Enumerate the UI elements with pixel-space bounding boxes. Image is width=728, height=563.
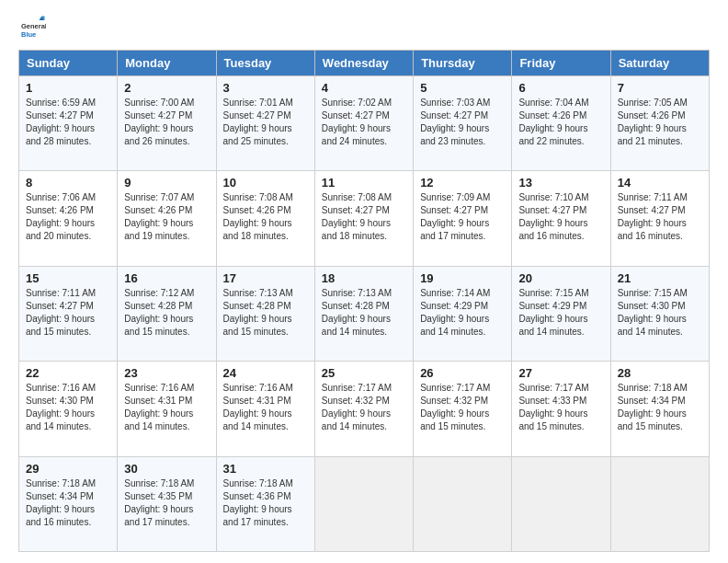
day-info: Sunrise: 7:09 AMSunset: 4:27 PMDaylight:… (420, 192, 490, 241)
col-header-wednesday: Wednesday (314, 51, 413, 76)
day-cell: 6 Sunrise: 7:04 AMSunset: 4:26 PMDayligh… (512, 76, 610, 171)
day-info: Sunrise: 7:17 AMSunset: 4:32 PMDaylight:… (322, 383, 392, 431)
col-header-friday: Friday (512, 51, 610, 76)
day-number: 3 (223, 81, 308, 95)
day-number: 26 (420, 366, 505, 380)
day-number: 29 (26, 462, 110, 476)
day-number: 30 (124, 462, 209, 476)
day-number: 7 (618, 81, 702, 95)
day-number: 27 (518, 366, 603, 380)
day-cell: 4 Sunrise: 7:02 AMSunset: 4:27 PMDayligh… (314, 76, 413, 171)
col-header-tuesday: Tuesday (216, 51, 314, 76)
day-cell: 21 Sunrise: 7:15 AMSunset: 4:30 PMDaylig… (610, 266, 709, 361)
day-cell: 23 Sunrise: 7:16 AMSunset: 4:31 PMDaylig… (118, 362, 216, 456)
day-cell: 20 Sunrise: 7:15 AMSunset: 4:29 PMDaylig… (512, 266, 610, 361)
week-row-4: 22 Sunrise: 7:16 AMSunset: 4:30 PMDaylig… (19, 362, 710, 456)
day-cell (414, 456, 512, 551)
day-number: 1 (26, 81, 110, 95)
day-info: Sunrise: 7:06 AMSunset: 4:26 PMDaylight:… (26, 192, 96, 241)
day-cell: 29 Sunrise: 7:18 AMSunset: 4:34 PMDaylig… (19, 456, 118, 551)
day-cell: 30 Sunrise: 7:18 AMSunset: 4:35 PMDaylig… (118, 456, 216, 551)
day-info: Sunrise: 7:18 AMSunset: 4:34 PMDaylight:… (26, 478, 96, 527)
week-row-2: 8 Sunrise: 7:06 AMSunset: 4:26 PMDayligh… (19, 171, 710, 266)
day-info: Sunrise: 7:18 AMSunset: 4:34 PMDaylight:… (618, 383, 688, 431)
day-info: Sunrise: 7:16 AMSunset: 4:31 PMDaylight:… (223, 383, 293, 431)
day-cell: 31 Sunrise: 7:18 AMSunset: 4:36 PMDaylig… (216, 456, 314, 551)
logo: General Blue (18, 15, 50, 42)
day-number: 21 (618, 271, 702, 285)
day-number: 24 (223, 366, 308, 380)
week-row-1: 1 Sunrise: 6:59 AMSunset: 4:27 PMDayligh… (19, 76, 710, 171)
day-info: Sunrise: 7:18 AMSunset: 4:35 PMDaylight:… (124, 478, 194, 527)
day-info: Sunrise: 7:03 AMSunset: 4:27 PMDaylight:… (420, 98, 490, 146)
day-info: Sunrise: 7:14 AMSunset: 4:29 PMDaylight:… (420, 288, 490, 337)
header-row: SundayMondayTuesdayWednesdayThursdayFrid… (19, 51, 710, 76)
svg-text:General: General (21, 22, 46, 30)
day-cell: 5 Sunrise: 7:03 AMSunset: 4:27 PMDayligh… (414, 76, 512, 171)
day-info: Sunrise: 7:16 AMSunset: 4:30 PMDaylight:… (26, 383, 96, 431)
header: General Blue (18, 15, 710, 42)
day-info: Sunrise: 7:18 AMSunset: 4:36 PMDaylight:… (223, 478, 293, 527)
day-number: 8 (26, 176, 110, 190)
day-info: Sunrise: 7:11 AMSunset: 4:27 PMDaylight:… (26, 288, 96, 337)
day-info: Sunrise: 7:17 AMSunset: 4:33 PMDaylight:… (518, 383, 588, 431)
day-cell: 16 Sunrise: 7:12 AMSunset: 4:28 PMDaylig… (118, 266, 216, 361)
day-cell: 27 Sunrise: 7:17 AMSunset: 4:33 PMDaylig… (512, 362, 610, 456)
col-header-saturday: Saturday (610, 51, 709, 76)
day-cell: 25 Sunrise: 7:17 AMSunset: 4:32 PMDaylig… (314, 362, 413, 456)
day-cell: 7 Sunrise: 7:05 AMSunset: 4:26 PMDayligh… (610, 76, 709, 171)
day-number: 4 (322, 81, 406, 95)
day-cell: 10 Sunrise: 7:08 AMSunset: 4:26 PMDaylig… (216, 171, 314, 266)
week-row-5: 29 Sunrise: 7:18 AMSunset: 4:34 PMDaylig… (19, 456, 710, 551)
day-cell: 1 Sunrise: 6:59 AMSunset: 4:27 PMDayligh… (19, 76, 118, 171)
day-cell: 2 Sunrise: 7:00 AMSunset: 4:27 PMDayligh… (118, 76, 216, 171)
day-info: Sunrise: 7:15 AMSunset: 4:30 PMDaylight:… (618, 288, 688, 337)
day-number: 2 (124, 81, 209, 95)
day-cell: 3 Sunrise: 7:01 AMSunset: 4:27 PMDayligh… (216, 76, 314, 171)
day-info: Sunrise: 7:07 AMSunset: 4:26 PMDaylight:… (124, 192, 194, 241)
calendar-table: SundayMondayTuesdayWednesdayThursdayFrid… (18, 50, 710, 552)
day-number: 25 (322, 366, 406, 380)
col-header-monday: Monday (118, 51, 216, 76)
day-cell (610, 456, 709, 551)
day-number: 9 (124, 176, 209, 190)
day-cell: 12 Sunrise: 7:09 AMSunset: 4:27 PMDaylig… (414, 171, 512, 266)
day-number: 31 (223, 462, 308, 476)
day-cell: 14 Sunrise: 7:11 AMSunset: 4:27 PMDaylig… (610, 171, 709, 266)
day-number: 12 (420, 176, 505, 190)
day-number: 22 (26, 366, 110, 380)
day-cell: 9 Sunrise: 7:07 AMSunset: 4:26 PMDayligh… (118, 171, 216, 266)
day-number: 14 (618, 176, 702, 190)
day-cell: 24 Sunrise: 7:16 AMSunset: 4:31 PMDaylig… (216, 362, 314, 456)
day-info: Sunrise: 7:08 AMSunset: 4:26 PMDaylight:… (223, 192, 293, 241)
day-number: 13 (518, 176, 603, 190)
col-header-sunday: Sunday (19, 51, 118, 76)
day-info: Sunrise: 7:15 AMSunset: 4:29 PMDaylight:… (518, 288, 588, 337)
page: General Blue SundayMondayTuesdayWednesda… (0, 0, 728, 563)
day-number: 10 (223, 176, 308, 190)
day-number: 20 (518, 271, 603, 285)
day-cell (512, 456, 610, 551)
day-info: Sunrise: 7:05 AMSunset: 4:26 PMDaylight:… (618, 98, 688, 146)
day-info: Sunrise: 7:16 AMSunset: 4:31 PMDaylight:… (124, 383, 194, 431)
day-number: 15 (26, 271, 110, 285)
day-info: Sunrise: 6:59 AMSunset: 4:27 PMDaylight:… (26, 98, 96, 146)
day-info: Sunrise: 7:01 AMSunset: 4:27 PMDaylight:… (223, 98, 293, 146)
day-info: Sunrise: 7:04 AMSunset: 4:26 PMDaylight:… (518, 98, 588, 146)
day-cell: 19 Sunrise: 7:14 AMSunset: 4:29 PMDaylig… (414, 266, 512, 361)
day-cell: 8 Sunrise: 7:06 AMSunset: 4:26 PMDayligh… (19, 171, 118, 266)
day-cell: 18 Sunrise: 7:13 AMSunset: 4:28 PMDaylig… (314, 266, 413, 361)
week-row-3: 15 Sunrise: 7:11 AMSunset: 4:27 PMDaylig… (19, 266, 710, 361)
day-info: Sunrise: 7:12 AMSunset: 4:28 PMDaylight:… (124, 288, 194, 337)
day-info: Sunrise: 7:08 AMSunset: 4:27 PMDaylight:… (322, 192, 392, 241)
day-number: 5 (420, 81, 505, 95)
day-cell: 17 Sunrise: 7:13 AMSunset: 4:28 PMDaylig… (216, 266, 314, 361)
day-info: Sunrise: 7:10 AMSunset: 4:27 PMDaylight:… (518, 192, 588, 241)
logo-icon: General Blue (18, 15, 46, 42)
col-header-thursday: Thursday (414, 51, 512, 76)
day-info: Sunrise: 7:13 AMSunset: 4:28 PMDaylight:… (223, 288, 293, 337)
day-info: Sunrise: 7:11 AMSunset: 4:27 PMDaylight:… (618, 192, 688, 241)
day-cell: 22 Sunrise: 7:16 AMSunset: 4:30 PMDaylig… (19, 362, 118, 456)
svg-text:Blue: Blue (21, 30, 36, 39)
day-info: Sunrise: 7:00 AMSunset: 4:27 PMDaylight:… (124, 98, 194, 146)
